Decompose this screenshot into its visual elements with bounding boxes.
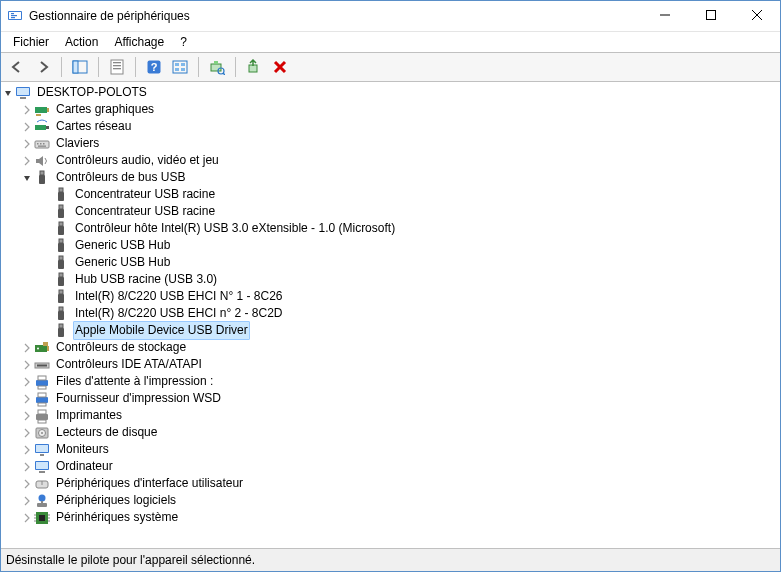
chevron-down-icon[interactable] [1,88,15,98]
chevron-right-icon[interactable] [20,122,34,132]
update-driver-button[interactable] [242,55,266,79]
tree-device[interactable]: Generic USB Hub [1,254,780,271]
tree-category[interactable]: Claviers [1,135,780,152]
tree-category[interactable]: Ordinateur [1,458,780,475]
close-button[interactable] [734,1,780,29]
row-label: Cartes graphiques [54,101,156,118]
tree-category[interactable]: Lecteurs de disque [1,424,780,441]
chevron-right-icon[interactable] [20,411,34,421]
chevron-right-icon[interactable] [20,105,34,115]
tree-category[interactable]: Cartes réseau [1,118,780,135]
chevron-right-icon[interactable] [20,445,34,455]
tree-category[interactable]: Contrôleurs IDE ATA/ATAPI [1,356,780,373]
svg-rect-12 [113,62,121,63]
keyboard-icon [34,136,50,152]
row-label: Périnhériques système [54,509,180,526]
tree-category[interactable]: Imprimantes [1,407,780,424]
usb-icon [53,204,69,220]
row-label: Claviers [54,135,101,152]
row-label: Périphériques d'interface utilisateur [54,475,245,492]
storage-controller-icon [34,340,50,356]
forward-icon [35,59,51,75]
tree-category[interactable]: Périnhériques système [1,509,780,526]
chevron-down-icon[interactable] [20,173,34,183]
chevron-right-icon[interactable] [20,394,34,404]
minimize-button[interactable] [642,1,688,29]
tree-category[interactable]: Contrôleurs audio, vidéo et jeu [1,152,780,169]
chevron-right-icon[interactable] [20,513,34,523]
svg-rect-10 [73,61,78,73]
tree-device[interactable]: Intel(R) 8/C220 USB EHCI n° 2 - 8C2D [1,305,780,322]
tree-category[interactable]: Périphériques d'interface utilisateur [1,475,780,492]
tree-root[interactable]: DESKTOP-POLOTS [1,84,780,101]
tree-device[interactable]: Intel(R) 8/C220 USB EHCI N° 1 - 8C26 [1,288,780,305]
ide-controller-icon [34,357,50,373]
forward-button[interactable] [31,55,55,79]
printer-icon [34,408,50,424]
device-tree[interactable]: DESKTOP-POLOTSCartes graphiquesCartes ré… [1,82,780,548]
toolbar-separator [235,57,236,77]
scan-hardware-button[interactable] [205,55,229,79]
tree-device[interactable]: Apple Mobile Device USB Driver [1,322,780,339]
maximize-button[interactable] [688,1,734,29]
menu-file[interactable]: Fichier [5,34,57,50]
tree-device[interactable]: Concentrateur USB racine [1,203,780,220]
tree-device[interactable]: Hub USB racine (USB 3.0) [1,271,780,288]
client-area: DESKTOP-POLOTSCartes graphiquesCartes ré… [1,82,780,548]
row-label: Apple Mobile Device USB Driver [73,321,250,340]
toolbar-separator [98,57,99,77]
uninstall-device-button[interactable] [268,55,292,79]
row-label: DESKTOP-POLOTS [35,84,149,101]
properties-button[interactable] [105,55,129,79]
tree-device[interactable]: Generic USB Hub [1,237,780,254]
menu-action[interactable]: Action [57,34,106,50]
help-button[interactable]: ? [142,55,166,79]
svg-rect-5 [660,15,670,16]
show-hide-console-tree-button[interactable] [68,55,92,79]
show-hide-console-tree-icon [72,59,88,75]
row-label: Generic USB Hub [73,254,172,271]
svg-rect-13 [113,65,121,66]
computer-icon [15,85,31,101]
chevron-right-icon[interactable] [20,428,34,438]
tree-device[interactable]: Concentrateur USB racine [1,186,780,203]
svg-line-25 [223,73,225,75]
devices-by-type-button[interactable] [168,55,192,79]
row-label: Concentrateur USB racine [73,186,217,203]
tree-category[interactable]: Fournisseur d'impression WSD [1,390,780,407]
chevron-right-icon[interactable] [20,360,34,370]
uninstall-device-icon [272,59,288,75]
chevron-right-icon[interactable] [20,343,34,353]
chevron-right-icon[interactable] [20,496,34,506]
tree-category[interactable]: Cartes graphiques [1,101,780,118]
computer-icon [34,459,50,475]
tree-category[interactable]: Contrôleurs de stockage [1,339,780,356]
tree-device[interactable]: Contrôleur hôte Intel(R) USB 3.0 eXtensi… [1,220,780,237]
tree-category[interactable]: Moniteurs [1,441,780,458]
svg-rect-14 [113,68,121,69]
status-bar: Désinstalle le pilote pour l'appareil sé… [1,548,780,571]
chevron-right-icon[interactable] [20,139,34,149]
tree-category[interactable]: Files d'attente à l'impression : [1,373,780,390]
sound-icon [34,153,50,169]
usb-icon [53,323,69,339]
system-device-icon [34,510,50,526]
row-label: Hub USB racine (USB 3.0) [73,271,219,288]
row-label: Contrôleurs de stockage [54,339,188,356]
properties-icon [109,59,125,75]
row-label: Périphériques logiciels [54,492,178,509]
tree-category[interactable]: Périphériques logiciels [1,492,780,509]
tree-category[interactable]: Contrôleurs de bus USB [1,169,780,186]
svg-rect-6 [707,11,716,20]
usb-icon [53,221,69,237]
back-button[interactable] [5,55,29,79]
menu-view[interactable]: Affichage [106,34,172,50]
chevron-right-icon[interactable] [20,479,34,489]
chevron-right-icon[interactable] [20,462,34,472]
chevron-right-icon[interactable] [20,377,34,387]
menu-help[interactable]: ? [172,34,195,50]
svg-rect-17 [173,61,187,73]
chevron-right-icon[interactable] [20,156,34,166]
svg-rect-3 [11,15,17,16]
row-label: Intel(R) 8/C220 USB EHCI n° 2 - 8C2D [73,305,285,322]
